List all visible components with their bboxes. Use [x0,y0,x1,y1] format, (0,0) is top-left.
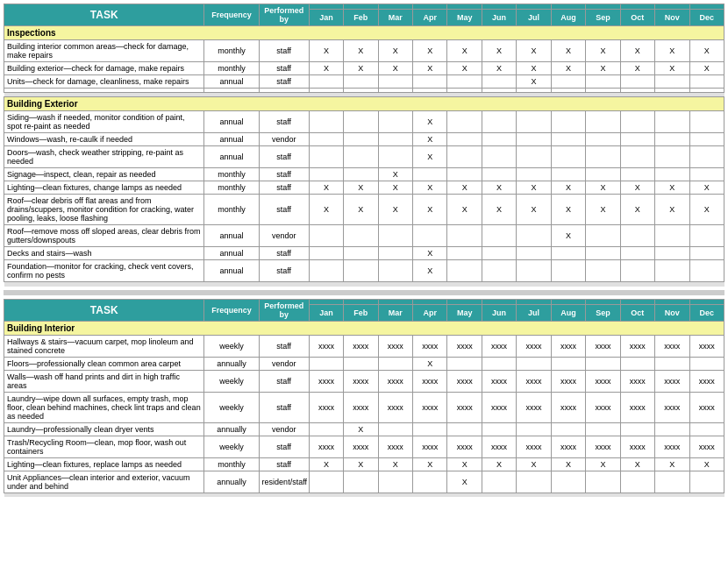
section-header-row: Building Exterior [4,97,724,111]
mark-cell [413,75,447,89]
mark-cell: xxxx [344,392,378,422]
mark-cell [413,471,447,493]
mark-cell: X [413,181,447,195]
mark-cell [309,357,343,370]
mark-cell [344,357,378,370]
performed-by-cell: staff [259,111,309,133]
mark-cell [689,146,724,168]
mark-cell: xxxx [447,370,482,392]
mark-cell: X [655,62,689,75]
mark-cell [655,260,689,282]
performed-by-cell: resident/staff [259,471,309,493]
mark-cell [482,146,516,168]
mark-cell [620,357,654,370]
mark-cell: xxxx [689,392,724,422]
mark-cell [378,471,412,493]
mark-cell: X [378,195,412,225]
mark-cell: xxxx [586,436,620,457]
mark-cell: xxxx [309,335,343,357]
mark-cell: X [447,181,482,195]
performed-by-cell: staff [259,168,309,181]
mark-cell: X [620,181,654,195]
mark-cell: xxxx [378,436,412,457]
mark-cell [586,225,620,247]
mark-cell: xxxx [344,436,378,457]
task-cell: Signage—inspect, clean, repair as needed [4,168,204,181]
month-header-nov: Nov [655,10,689,26]
performed-by-cell: staff [259,195,309,225]
mark-cell: X [517,195,551,225]
month-header2-jun: Jun [482,304,516,321]
performed-by-cell: vendor [259,422,309,436]
performed-by-cell: staff [259,62,309,75]
mark-cell: X [517,75,551,89]
mark-cell [551,111,585,133]
mark-cell [689,111,724,133]
mark-cell: X [517,181,551,195]
task-cell: Unit Appliances—clean interior and exter… [4,471,204,493]
performed-by-cell: staff [259,370,309,392]
table-row: Decks and stairs—washannualstaffX [4,247,724,260]
table-row: Signage—inspect, clean, repair as needed… [4,168,724,181]
mark-cell [586,168,620,181]
mark-cell [378,75,412,89]
mark-cell: xxxx [620,436,654,457]
mark-cell: X [517,457,551,471]
month-header-aug: Aug [551,10,585,26]
mark-cell [517,422,551,436]
mark-cell [378,225,412,247]
mark-cell: xxxx [413,392,447,422]
section-header: Inspections [4,26,724,40]
mark-cell [482,260,516,282]
mark-cell: xxxx [551,335,585,357]
mark-cell [620,168,654,181]
mark-cell [517,111,551,133]
mark-cell: X [689,62,724,75]
mark-cell: xxxx [482,370,516,392]
mark-cell: X [413,40,447,62]
mark-cell: X [551,181,585,195]
mark-cell: X [447,457,482,471]
frequency-cell: weekly [204,436,259,457]
mark-cell [517,247,551,260]
mark-cell: X [482,457,516,471]
mark-cell [551,168,585,181]
mark-cell: xxxx [309,370,343,392]
mark-cell: xxxx [655,392,689,422]
mark-cell [447,75,482,89]
mark-cell: X [413,111,447,133]
mark-cell: X [344,40,378,62]
performed-by-cell: vendor [259,357,309,370]
mark-cell [447,133,482,146]
mark-cell: xxxx [586,335,620,357]
mark-cell [655,422,689,436]
task-cell: Laundry—professionally clean dryer vents [4,422,204,436]
mark-cell: X [344,195,378,225]
mark-cell [586,111,620,133]
mark-cell: xxxx [620,370,654,392]
mark-cell: xxxx [413,335,447,357]
task-cell: Floors—professionally clean common area … [4,357,204,370]
section-header: Building Interior [4,321,724,335]
task-cell: Windows—wash, re-caulk if needed [4,133,204,146]
mark-cell: X [447,195,482,225]
month-header-mar: Mar [378,10,412,26]
task-cell: Doors—wash, check weather stripping, re-… [4,146,204,168]
mark-cell [517,146,551,168]
month-header-oct: Oct [620,10,654,26]
mark-cell [620,260,654,282]
mark-cell [517,225,551,247]
mark-cell: X [378,40,412,62]
mark-cell: xxxx [517,392,551,422]
col-header-task: TASK [4,4,204,26]
table-row: Foundation—monitor for cracking, check v… [4,260,724,282]
table-row: Floors—professionally clean common area … [4,357,724,370]
mark-cell: xxxx [447,335,482,357]
mark-cell: X [378,62,412,75]
spacer-row [4,282,724,287]
mark-cell [655,357,689,370]
task-cell: Trash/Recycling Room—clean, mop floor, w… [4,436,204,457]
mark-cell [551,133,585,146]
frequency-cell: weekly [204,370,259,392]
mark-cell [447,146,482,168]
